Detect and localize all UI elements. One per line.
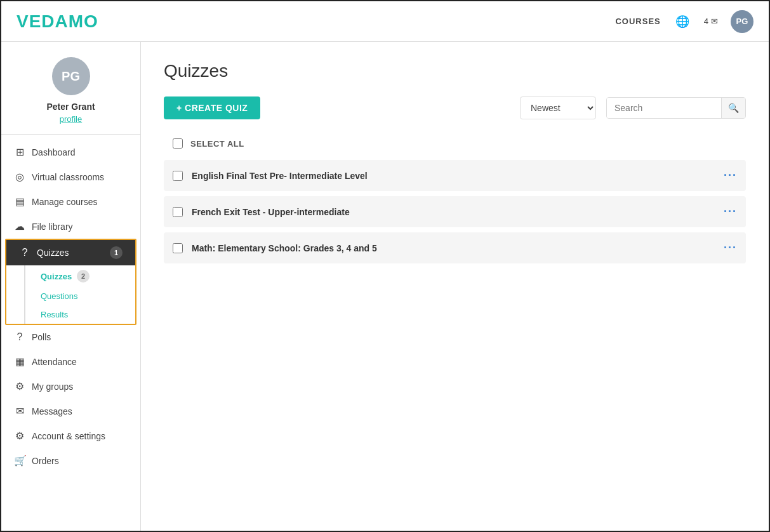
quizzes-label: Quizzes bbox=[37, 248, 103, 258]
sidebar-item-orders[interactable]: 🛒 Orders bbox=[1, 448, 140, 473]
profile-link[interactable]: profile bbox=[60, 114, 82, 124]
messages-icon: ✉ bbox=[14, 405, 25, 417]
manage-courses-icon: ▤ bbox=[14, 196, 25, 208]
sidebar-item-account-settings[interactable]: ⚙ Account & settings bbox=[1, 423, 140, 448]
topnav-right: COURSES 🌐 4 ✉ PG bbox=[615, 10, 753, 33]
attendance-icon: ▦ bbox=[14, 356, 25, 368]
quizzes-sub-badge: 2 bbox=[77, 270, 90, 283]
sidebar-item-polls[interactable]: ? Polls bbox=[1, 325, 140, 349]
virtual-classrooms-label: Virtual classrooms bbox=[32, 172, 128, 182]
messages-label: Messages bbox=[32, 406, 128, 416]
search-button[interactable]: 🔍 bbox=[721, 98, 745, 118]
polls-label: Polls bbox=[32, 332, 128, 342]
attendance-label: Attendance bbox=[32, 357, 128, 367]
sidebar-item-my-groups[interactable]: ⚙ My groups bbox=[1, 374, 140, 399]
profile-name: Peter Grant bbox=[46, 102, 95, 112]
sidebar-item-quizzes-sub[interactable]: Quizzes 2 bbox=[6, 265, 135, 287]
page-title: Quizzes bbox=[164, 61, 746, 81]
quizzes-sub-nav: Quizzes 2 Questions Results bbox=[6, 265, 135, 324]
quiz-more-button[interactable]: ··· bbox=[724, 205, 737, 218]
sidebar-item-messages[interactable]: ✉ Messages bbox=[1, 399, 140, 423]
select-all-label: SELECT ALL bbox=[190, 139, 244, 149]
questions-label: Questions bbox=[30, 291, 78, 301]
sub-connector bbox=[24, 265, 25, 287]
virtual-classrooms-icon: ◎ bbox=[14, 171, 25, 183]
sidebar-item-attendance[interactable]: ▦ Attendance bbox=[1, 349, 140, 374]
quiz-title: English Final Test Pre- Intermediate Lev… bbox=[192, 171, 715, 181]
profile-section: PG Peter Grant profile bbox=[1, 42, 140, 135]
sub-connector2 bbox=[24, 287, 25, 305]
main-body: PG Peter Grant profile ⊞ Dashboard ◎ Vir… bbox=[1, 42, 769, 531]
results-label: Results bbox=[30, 310, 68, 319]
search-input[interactable] bbox=[607, 98, 721, 118]
quiz-more-button[interactable]: ··· bbox=[724, 241, 737, 255]
quiz-checkbox[interactable] bbox=[173, 171, 183, 181]
quiz-more-button[interactable]: ··· bbox=[724, 169, 737, 182]
my-groups-label: My groups bbox=[32, 382, 128, 392]
quiz-checkbox[interactable] bbox=[173, 207, 183, 217]
account-settings-label: Account & settings bbox=[32, 431, 128, 441]
file-library-icon: ☁ bbox=[14, 220, 25, 232]
manage-courses-label: Manage courses bbox=[32, 197, 128, 207]
file-library-label: File library bbox=[32, 222, 128, 232]
mail-icon: ✉ bbox=[711, 17, 718, 26]
search-box: 🔍 bbox=[606, 97, 746, 119]
courses-nav-link[interactable]: COURSES bbox=[615, 17, 660, 26]
quiz-item: English Final Test Pre- Intermediate Lev… bbox=[164, 160, 746, 191]
my-groups-icon: ⚙ bbox=[14, 380, 25, 392]
toolbar: + CREATE QUIZ Newest Oldest A-Z Z-A 🔍 bbox=[164, 96, 746, 119]
logo: VEDAMO bbox=[17, 11, 98, 32]
sub-connector3 bbox=[24, 305, 25, 324]
quizzes-group: ? Quizzes 1 Quizzes 2 bbox=[5, 239, 136, 325]
topnav: VEDAMO COURSES 🌐 4 ✉ PG bbox=[1, 1, 769, 42]
orders-icon: 🛒 bbox=[14, 455, 25, 467]
content-area: Quizzes + CREATE QUIZ Newest Oldest A-Z … bbox=[141, 42, 769, 531]
sidebar-item-questions[interactable]: Questions bbox=[6, 287, 135, 305]
mail-nav[interactable]: 4 ✉ bbox=[704, 17, 718, 26]
user-avatar[interactable]: PG bbox=[731, 10, 753, 33]
profile-avatar: PG bbox=[52, 57, 90, 95]
polls-icon: ? bbox=[14, 331, 25, 343]
quiz-item: Math: Elementary School: Grades 3, 4 and… bbox=[164, 232, 746, 263]
select-all-row: SELECT ALL bbox=[164, 132, 746, 155]
sort-select[interactable]: Newest Oldest A-Z Z-A bbox=[520, 96, 596, 119]
sidebar-item-file-library[interactable]: ☁ File library bbox=[1, 214, 140, 239]
account-settings-icon: ⚙ bbox=[14, 430, 25, 442]
quizzes-sub-label: Quizzes 2 bbox=[30, 270, 90, 283]
sidebar-item-quizzes[interactable]: ? Quizzes 1 bbox=[6, 240, 135, 265]
create-quiz-button[interactable]: + CREATE QUIZ bbox=[164, 96, 260, 119]
quizzes-icon: ? bbox=[19, 247, 30, 258]
dashboard-icon: ⊞ bbox=[14, 146, 25, 158]
sidebar-item-dashboard[interactable]: ⊞ Dashboard bbox=[1, 140, 140, 164]
quiz-title: French Exit Test - Upper-intermediate bbox=[192, 207, 715, 217]
quiz-item: French Exit Test - Upper-intermediate ··… bbox=[164, 196, 746, 227]
dashboard-label: Dashboard bbox=[32, 147, 128, 157]
sidebar: PG Peter Grant profile ⊞ Dashboard ◎ Vir… bbox=[1, 42, 141, 531]
orders-label: Orders bbox=[32, 456, 128, 466]
quizzes-badge: 1 bbox=[110, 246, 123, 259]
sidebar-item-results[interactable]: Results bbox=[6, 305, 135, 324]
nav-menu: ⊞ Dashboard ◎ Virtual classrooms ▤ Manag… bbox=[1, 135, 140, 531]
sidebar-item-virtual-classrooms[interactable]: ◎ Virtual classrooms bbox=[1, 164, 140, 189]
quiz-list: English Final Test Pre- Intermediate Lev… bbox=[164, 160, 746, 263]
sidebar-item-manage-courses[interactable]: ▤ Manage courses bbox=[1, 189, 140, 214]
mail-count: 4 bbox=[704, 17, 708, 26]
quiz-checkbox[interactable] bbox=[173, 243, 183, 253]
select-all-checkbox[interactable] bbox=[173, 138, 183, 149]
quiz-title: Math: Elementary School: Grades 3, 4 and… bbox=[192, 243, 715, 253]
globe-icon[interactable]: 🌐 bbox=[674, 13, 691, 30]
